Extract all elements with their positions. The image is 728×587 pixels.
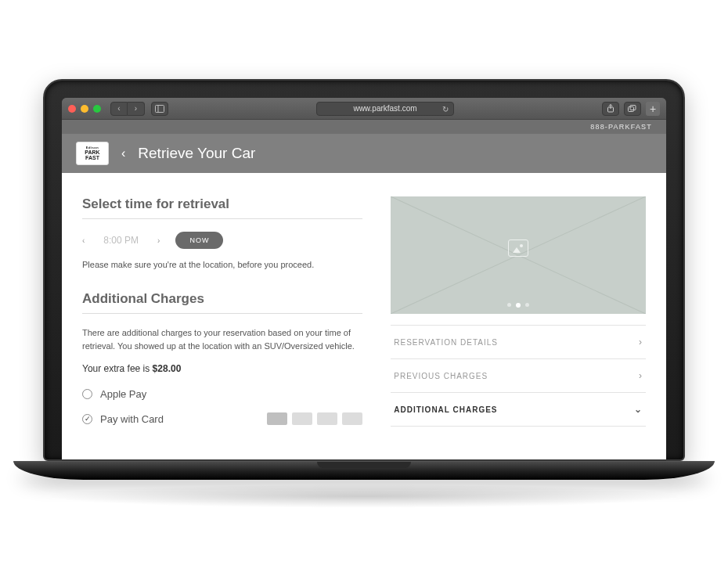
chevron-down-icon: ⌄ bbox=[634, 404, 643, 415]
phone-number: 888-PARKFAST bbox=[590, 123, 652, 131]
card-brand-icon bbox=[292, 412, 312, 425]
chevron-right-icon: › bbox=[135, 104, 137, 113]
minimize-window-button[interactable] bbox=[81, 105, 88, 113]
accordion-reservation-details[interactable]: RESERVATION DETAILS › bbox=[391, 326, 646, 359]
carousel-dot[interactable] bbox=[507, 303, 511, 307]
payment-label: Pay with Card bbox=[100, 413, 164, 425]
utility-bar: 888-PARKFAST bbox=[62, 120, 666, 134]
sidebar-icon bbox=[155, 105, 164, 113]
url-text: www.parkfast.com bbox=[353, 104, 416, 113]
svg-rect-0 bbox=[156, 105, 164, 112]
sidebar-toggle-button[interactable] bbox=[151, 102, 168, 116]
logo-line2: FAST bbox=[85, 155, 99, 160]
radio-apple-pay[interactable] bbox=[82, 389, 92, 399]
accordion-previous-charges[interactable]: PREVIOUS CHARGES › bbox=[391, 359, 646, 393]
left-column: Select time for retrieval ‹ 8:00 PM › NO… bbox=[82, 196, 362, 459]
time-stepper: ‹ 8:00 PM › bbox=[82, 235, 160, 246]
laptop-base bbox=[13, 461, 715, 480]
card-brand-icon bbox=[267, 412, 287, 425]
payment-option-card[interactable]: Pay with Card bbox=[82, 412, 362, 425]
card-brand-icon bbox=[317, 412, 337, 425]
retrieval-hint: Please make sure you're at the location,… bbox=[82, 260, 362, 269]
laptop-mockup: ‹ › www.parkfast.com ↻ bbox=[43, 79, 685, 508]
browser-toolbar: ‹ › www.parkfast.com ↻ bbox=[62, 98, 666, 120]
close-window-button[interactable] bbox=[68, 105, 76, 113]
share-icon bbox=[607, 104, 614, 113]
time-prev-button[interactable]: ‹ bbox=[82, 236, 85, 245]
fee-prefix: Your extra fee is bbox=[82, 363, 153, 374]
time-value[interactable]: 8:00 PM bbox=[103, 235, 139, 246]
extra-fee-line: Your extra fee is $28.00 bbox=[82, 363, 362, 374]
accordion-label: ADDITIONAL CHARGES bbox=[394, 405, 497, 414]
nav-buttons: ‹ › bbox=[110, 102, 145, 116]
fee-amount: $28.00 bbox=[153, 363, 182, 374]
carousel-dot-active[interactable] bbox=[516, 303, 521, 308]
laptop-bezel: ‹ › www.parkfast.com ↻ bbox=[43, 79, 685, 461]
right-column: RESERVATION DETAILS › PREVIOUS CHARGES ›… bbox=[391, 196, 646, 459]
carousel-dot[interactable] bbox=[525, 303, 529, 307]
window-controls bbox=[68, 105, 101, 113]
logo-line1: PARK bbox=[85, 149, 99, 155]
payment-option-apple-pay[interactable]: Apple Pay bbox=[82, 388, 362, 400]
laptop-screen: ‹ › www.parkfast.com ↻ bbox=[62, 98, 666, 459]
payment-label: Apple Pay bbox=[100, 388, 146, 400]
address-bar[interactable]: www.parkfast.com ↻ bbox=[316, 102, 453, 116]
radio-card[interactable] bbox=[82, 414, 92, 424]
page-content: Select time for retrieval ‹ 8:00 PM › NO… bbox=[62, 173, 666, 459]
svg-rect-5 bbox=[630, 105, 636, 110]
time-next-button[interactable]: › bbox=[157, 236, 160, 245]
maximize-window-button[interactable] bbox=[93, 105, 101, 113]
forward-button[interactable]: › bbox=[128, 102, 145, 116]
parkfast-logo[interactable]: Edison PARK FAST bbox=[76, 142, 109, 165]
card-brand-logos bbox=[267, 412, 362, 425]
accordion-label: PREVIOUS CHARGES bbox=[394, 372, 488, 380]
image-placeholder-icon bbox=[508, 239, 528, 257]
tabs-button[interactable] bbox=[624, 102, 641, 116]
carousel-dots bbox=[507, 303, 529, 308]
plus-icon: + bbox=[650, 103, 656, 114]
share-button[interactable] bbox=[602, 102, 619, 116]
accordion-additional-charges[interactable]: ADDITIONAL CHARGES ⌄ bbox=[391, 393, 646, 427]
charges-section-title: Additional Charges bbox=[82, 291, 362, 314]
chevron-right-icon: › bbox=[639, 370, 643, 381]
location-image-carousel[interactable] bbox=[391, 196, 646, 314]
time-selector-row: ‹ 8:00 PM › NOW bbox=[82, 232, 362, 249]
back-button[interactable]: ‹ bbox=[110, 102, 128, 116]
laptop-shadow bbox=[43, 484, 685, 508]
site-header: Edison PARK FAST ‹ Retrieve Your Car bbox=[62, 134, 666, 173]
now-button[interactable]: NOW bbox=[175, 232, 223, 249]
svg-rect-4 bbox=[629, 106, 634, 111]
details-accordion: RESERVATION DETAILS › PREVIOUS CHARGES ›… bbox=[391, 325, 646, 427]
page-title: Retrieve Your Car bbox=[138, 145, 255, 162]
reload-icon[interactable]: ↻ bbox=[442, 104, 449, 113]
chevron-left-icon: ‹ bbox=[117, 104, 120, 113]
retrieval-section-title: Select time for retrieval bbox=[82, 196, 362, 219]
card-brand-icon bbox=[342, 412, 362, 425]
chevron-right-icon: › bbox=[639, 337, 643, 348]
new-tab-button[interactable]: + bbox=[646, 102, 660, 116]
tabs-icon bbox=[628, 105, 636, 113]
accordion-label: RESERVATION DETAILS bbox=[394, 338, 498, 347]
charges-description: There are additional charges to your res… bbox=[82, 326, 362, 352]
back-chevron-icon[interactable]: ‹ bbox=[121, 146, 125, 160]
